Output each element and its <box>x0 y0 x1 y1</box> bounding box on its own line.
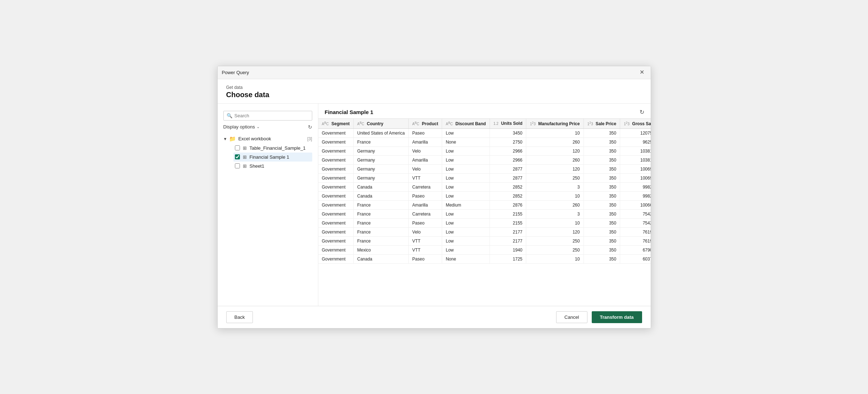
tree-item-sheet-checkbox[interactable] <box>235 163 240 168</box>
table-cell: 350 <box>583 218 620 227</box>
table-cell: VTT <box>409 236 442 245</box>
table-cell: Government <box>318 182 354 191</box>
table-cell: None <box>442 137 490 146</box>
table-cell: Amarilla <box>409 200 442 209</box>
table-cell: 2877 <box>490 173 526 182</box>
table-cell: Government <box>318 209 354 218</box>
table-cell: Amarilla <box>409 155 442 164</box>
table-cell: 603750 <box>620 254 651 263</box>
table-row: GovernmentFranceAmarillaMedium2876260350… <box>318 200 651 209</box>
table-cell: 1725 <box>490 254 526 263</box>
table-cell: 260 <box>526 137 583 146</box>
table-cell: Paseo <box>409 128 442 137</box>
table-cell: Government <box>318 200 354 209</box>
table-cell: 679000 <box>620 245 651 254</box>
transform-button[interactable]: Transform data <box>592 311 642 323</box>
col-manufacturing-price: 123 Manufacturing Price <box>526 119 583 129</box>
table-cell: 350 <box>583 173 620 182</box>
window-title: Power Query <box>222 70 249 75</box>
table-cell: 10 <box>526 218 583 227</box>
table-row: GovernmentFranceVeloLow21771203507619503… <box>318 227 651 236</box>
table-row: GovernmentCanadaCarreteraLow285233509982… <box>318 182 651 191</box>
table-cell: 10 <box>526 191 583 200</box>
table-cell: Canada <box>353 254 408 263</box>
table-row: GovernmentCanadaPaseoLow2852103509982001… <box>318 191 651 200</box>
table-cell: 3 <box>526 209 583 218</box>
tree-item-financial-checkbox[interactable] <box>235 154 240 159</box>
table-cell: Government <box>318 227 354 236</box>
table-cell: 10 <box>526 254 583 263</box>
table-cell: 2155 <box>490 209 526 218</box>
table-cell: 350 <box>583 182 620 191</box>
table-cell: France <box>353 236 408 245</box>
back-button[interactable]: Back <box>226 311 253 323</box>
search-input[interactable] <box>235 113 309 118</box>
table-cell: 350 <box>583 191 620 200</box>
table-cell: France <box>353 227 408 236</box>
table-cell: 2155 <box>490 218 526 227</box>
table-cell: 1038100 <box>620 146 651 155</box>
sidebar: 🔍 Display options ⌄ ↻ ▼ 📁 Excel workbook… <box>218 104 318 306</box>
refresh-button[interactable]: ↻ <box>640 109 644 116</box>
table-cell: Low <box>442 173 490 182</box>
table-cell: Low <box>442 164 490 173</box>
footer-left: Back <box>226 311 253 323</box>
table-cell: Velo <box>409 227 442 236</box>
tree-item-table-checkbox[interactable] <box>235 145 240 150</box>
table-cell: 2852 <box>490 191 526 200</box>
table-cell: 350 <box>583 128 620 137</box>
table-cell: 10 <box>526 128 583 137</box>
search-box[interactable]: 🔍 <box>223 111 312 121</box>
footer-right: Cancel Transform data <box>556 311 642 323</box>
tree-item-table[interactable]: ⊞ Table_Financial_Sample_1 <box>233 144 312 153</box>
display-options[interactable]: Display options ⌄ ↻ <box>223 124 312 130</box>
table-cell: 2966 <box>490 146 526 155</box>
table-row: GovernmentFrancePaseoLow2155103507542507… <box>318 218 651 227</box>
table-cell: 120 <box>526 164 583 173</box>
table-cell: 998200 <box>620 191 651 200</box>
table-cell: Low <box>442 218 490 227</box>
content-header: Financial Sample 1 ↻ <box>318 104 651 118</box>
chevron-down-icon: ⌄ <box>256 124 260 129</box>
data-table-wrapper[interactable]: ABC Segment ABC Country ABC Product ABC … <box>318 118 651 306</box>
tree-root-excel[interactable]: ▼ 📁 Excel workbook [3] <box>223 134 312 144</box>
table-cell: Low <box>442 209 490 218</box>
table-cell: 998200 <box>620 182 651 191</box>
folder-icon: 📁 <box>229 136 236 142</box>
tree-item-financial[interactable]: ⊞ Financial Sample 1 <box>233 153 312 162</box>
table-cell: Canada <box>353 182 408 191</box>
table-cell: Low <box>442 236 490 245</box>
content-title: Financial Sample 1 <box>325 109 373 115</box>
col-discount-band: ABC Discount Band <box>442 119 490 129</box>
table-cell: 350 <box>583 200 620 209</box>
table-cell: Government <box>318 245 354 254</box>
table-row: GovernmentUnited States of AmericaPaseoL… <box>318 128 651 137</box>
table-cell: France <box>353 200 408 209</box>
table-cell: 250 <box>526 173 583 182</box>
table-cell: 754250 <box>620 209 651 218</box>
tree-item-sheet-label: Sheet1 <box>250 163 311 169</box>
table-icon-3: ⊞ <box>243 163 247 169</box>
content-area: Financial Sample 1 ↻ ABC Segment ABC Cou… <box>318 104 651 306</box>
table-cell: Low <box>442 227 490 236</box>
table-cell: 2750 <box>490 137 526 146</box>
table-cell: France <box>353 137 408 146</box>
col-country: ABC Country <box>353 119 408 129</box>
table-cell: 350 <box>583 155 620 164</box>
cancel-button[interactable]: Cancel <box>556 311 587 323</box>
table-cell: Low <box>442 155 490 164</box>
col-gross-sales: 123 Gross Sales <box>620 119 651 129</box>
tree-item-sheet[interactable]: ⊞ Sheet1 <box>233 162 312 171</box>
table-cell: 761950 <box>620 227 651 236</box>
table-row: GovernmentGermanyVeloLow2966120350103810… <box>318 146 651 155</box>
tree-root-label: Excel workbook <box>238 136 304 141</box>
close-button[interactable]: ✕ <box>637 69 646 76</box>
table-cell: Velo <box>409 146 442 155</box>
table-cell: VTT <box>409 245 442 254</box>
sidebar-refresh-icon[interactable]: ↻ <box>308 124 312 130</box>
table-cell: Velo <box>409 164 442 173</box>
col-units-sold: 1.2 Units Sold <box>490 119 526 129</box>
col-sale-price: 123 Sale Price <box>583 119 620 129</box>
table-cell: 260 <box>526 155 583 164</box>
table-cell: 962500 <box>620 137 651 146</box>
